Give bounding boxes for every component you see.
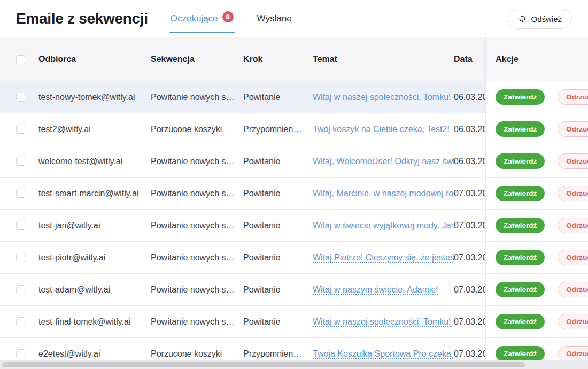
pending-count-badge: 9 bbox=[222, 11, 234, 22]
row-checkbox[interactable] bbox=[16, 157, 25, 166]
row-checkbox[interactable] bbox=[16, 125, 25, 134]
column-header-temat: Temat bbox=[313, 55, 454, 64]
table-row[interactable]: test-piotr@witly.ai Powitanie nowych s… … bbox=[0, 242, 588, 274]
recipient-cell: test-adam@witly.ai bbox=[38, 285, 151, 295]
tab-bar: Oczekujące 9 Wysłane bbox=[171, 0, 292, 37]
reject-button[interactable]: Odrzuć bbox=[558, 153, 588, 169]
date-cell: 06.03.2025 bbox=[454, 93, 485, 102]
column-header-akcje: Akcje bbox=[485, 37, 588, 81]
step-cell: Powitanie bbox=[243, 221, 313, 230]
date-cell: 07.03.2025 bbox=[454, 253, 485, 263]
approve-button[interactable]: Zatwierdź bbox=[496, 346, 545, 362]
tab-oczekujace[interactable]: Oczekujące 9 bbox=[171, 13, 234, 25]
row-checkbox[interactable] bbox=[16, 189, 25, 198]
sequence-cell: Porzucone koszyki bbox=[151, 125, 243, 134]
subject-link[interactable]: Witaj w naszej społeczności, Tomku! bbox=[313, 317, 451, 326]
sequence-cell: Porzucone koszyki bbox=[151, 349, 243, 359]
table-row[interactable]: welcome-test@witly.ai Powitanie nowych s… bbox=[0, 145, 588, 178]
reject-button[interactable]: Odrzuć bbox=[558, 218, 588, 233]
date-cell: 07.03.2025 bbox=[454, 317, 485, 327]
horizontal-scrollbar[interactable] bbox=[0, 360, 588, 369]
approve-button[interactable]: Zatwierdź bbox=[496, 314, 545, 329]
sync-icon bbox=[518, 14, 527, 23]
horizontal-scrollbar-thumb[interactable] bbox=[2, 362, 525, 367]
table-row[interactable]: test-jan@witly.ai Powitanie nowych s… Po… bbox=[0, 210, 588, 242]
sequence-cell: Powitanie nowych s… bbox=[151, 157, 243, 166]
date-cell: 07.03.2025 bbox=[454, 221, 485, 230]
sequence-cell: Powitanie nowych s… bbox=[151, 253, 243, 263]
step-cell: Powitanie bbox=[243, 253, 313, 263]
step-cell: Powitanie bbox=[243, 285, 313, 295]
subject-link[interactable]: Witaj w naszym świecie, Adamie! bbox=[313, 285, 438, 294]
step-cell: Powitanie bbox=[243, 93, 313, 102]
approve-button[interactable]: Zatwierdź bbox=[496, 282, 545, 297]
row-checkbox[interactable] bbox=[16, 221, 25, 230]
approve-button[interactable]: Zatwierdź bbox=[496, 218, 545, 233]
page-header: Emaile z sekwencji Oczekujące 9 Wysłane … bbox=[0, 0, 588, 37]
reject-button[interactable]: Odrzuć bbox=[558, 89, 588, 105]
column-header-sekwencja: Sekwencja bbox=[151, 55, 243, 64]
recipient-cell: test-final-tomek@witly.ai bbox=[38, 317, 151, 327]
subject-link[interactable]: Witaj w naszej społeczności, Tomku! bbox=[313, 93, 451, 102]
sequence-emails-table: Odbiorca Sekwencja Krok Temat Data Akcje… bbox=[0, 37, 588, 369]
table-row[interactable]: test2@witly.ai Porzucone koszyki Przypom… bbox=[0, 113, 588, 145]
recipient-cell: e2etest@witly.ai bbox=[38, 349, 151, 359]
column-header-data: Data bbox=[454, 55, 485, 64]
page-title: Emaile z sekwencji bbox=[16, 10, 148, 27]
step-cell: Powitanie bbox=[243, 189, 313, 198]
step-cell: Powitanie bbox=[243, 157, 313, 166]
table-row[interactable]: test-smart-marcin@witly.ai Powitanie now… bbox=[0, 178, 588, 210]
subject-link[interactable]: Twoja Koszulka Sportowa Pro czeka na bbox=[313, 349, 454, 358]
subject-link[interactable]: Witaj, Marcinie, w naszej modowej roc bbox=[313, 189, 454, 198]
date-cell: 07.03.2025 bbox=[454, 285, 485, 295]
approve-button[interactable]: Zatwierdź bbox=[496, 250, 545, 265]
row-checkbox[interactable] bbox=[16, 253, 25, 262]
row-checkbox[interactable] bbox=[16, 349, 25, 358]
tab-wyslane-label: Wysłane bbox=[257, 13, 292, 24]
sequence-cell: Powitanie nowych s… bbox=[151, 285, 243, 295]
approve-button[interactable]: Zatwierdź bbox=[496, 153, 545, 169]
table-row[interactable]: test-final-tomek@witly.ai Powitanie nowy… bbox=[0, 306, 588, 338]
subject-link[interactable]: Witaj w świecie wyjątkowej mody, Jani bbox=[313, 221, 454, 230]
subject-link[interactable]: Witaj, WelcomeUser! Odkryj nasz świa bbox=[313, 157, 454, 166]
column-header-krok: Krok bbox=[243, 55, 313, 64]
recipient-cell: test2@witly.ai bbox=[38, 125, 151, 134]
tab-wyslane[interactable]: Wysłane bbox=[257, 13, 292, 24]
recipient-cell: test-piotr@witly.ai bbox=[38, 253, 151, 263]
approve-button[interactable]: Zatwierdź bbox=[496, 89, 545, 105]
row-checkbox[interactable] bbox=[16, 285, 25, 294]
approve-button[interactable]: Zatwierdź bbox=[496, 121, 545, 137]
reject-button[interactable]: Odrzuć bbox=[558, 186, 588, 201]
sequence-cell: Powitanie nowych s… bbox=[151, 189, 243, 198]
date-cell: 06.03.2025 bbox=[454, 157, 485, 166]
step-cell: Powitanie bbox=[243, 317, 313, 327]
refresh-button[interactable]: Odśwież bbox=[508, 9, 572, 29]
subject-link[interactable]: Witaj Piotrze! Cieszymy się, że jesteś z bbox=[313, 253, 454, 262]
row-checkbox[interactable] bbox=[16, 317, 25, 326]
column-header-odbiorca: Odbiorca bbox=[38, 55, 151, 64]
reject-button[interactable]: Odrzuć bbox=[558, 346, 588, 362]
select-all-checkbox[interactable] bbox=[16, 55, 25, 64]
table-row[interactable]: test-adam@witly.ai Powitanie nowych s… P… bbox=[0, 274, 588, 306]
approve-button[interactable]: Zatwierdź bbox=[496, 186, 545, 201]
step-cell: Przypomnien… bbox=[243, 125, 313, 134]
subject-link[interactable]: Twój koszyk na Ciebie czeka, Test2! bbox=[313, 125, 450, 134]
reject-button[interactable]: Odrzuć bbox=[558, 250, 588, 265]
sequence-cell: Powitanie nowych s… bbox=[151, 93, 243, 102]
table-row[interactable]: test-nowy-tomek@witly.ai Powitanie nowyc… bbox=[0, 81, 588, 113]
reject-button[interactable]: Odrzuć bbox=[558, 314, 588, 329]
recipient-cell: test-jan@witly.ai bbox=[38, 221, 151, 230]
sequence-cell: Powitanie nowych s… bbox=[151, 317, 243, 327]
reject-button[interactable]: Odrzuć bbox=[558, 282, 588, 297]
recipient-cell: test-smart-marcin@witly.ai bbox=[38, 189, 151, 198]
tab-oczekujace-label: Oczekujące bbox=[171, 13, 218, 24]
reject-button[interactable]: Odrzuć bbox=[558, 121, 588, 137]
date-cell: 06.03.2025 bbox=[454, 125, 485, 134]
recipient-cell: welcome-test@witly.ai bbox=[38, 157, 151, 166]
table-header-row: Odbiorca Sekwencja Krok Temat Data Akcje bbox=[0, 37, 588, 81]
date-cell: 07.03.2025 bbox=[454, 189, 485, 198]
recipient-cell: test-nowy-tomek@witly.ai bbox=[38, 93, 151, 102]
sequence-cell: Powitanie nowych s… bbox=[151, 221, 243, 230]
date-cell: 07.03.2025 bbox=[454, 349, 485, 359]
row-checkbox[interactable] bbox=[16, 93, 25, 102]
